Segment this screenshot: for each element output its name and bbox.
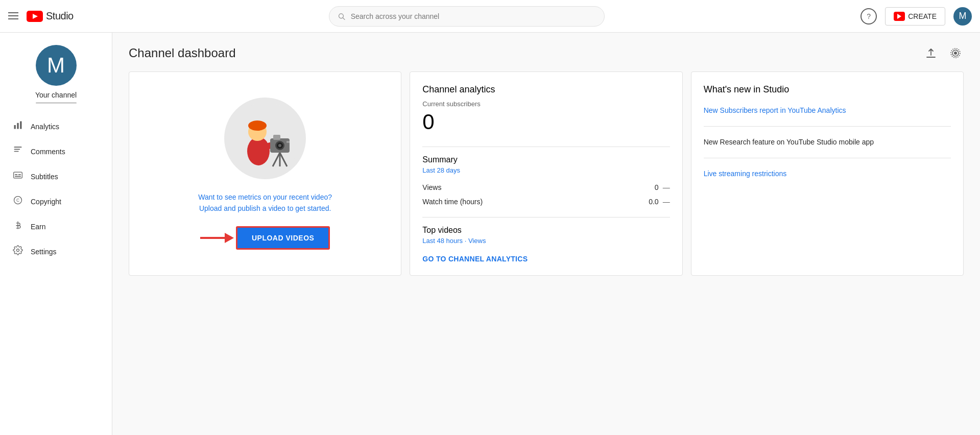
whats-new-title: What's new in Studio: [704, 84, 951, 95]
upload-card: Want to see metrics on your recent video…: [129, 71, 401, 276]
svg-point-24: [229, 103, 301, 174]
cards-grid: Want to see metrics on your recent video…: [129, 71, 964, 276]
summary-period: Last 28 days: [422, 166, 670, 174]
svg-rect-1: [8, 15, 18, 16]
search-bar: [74, 6, 861, 27]
views-label: Views: [422, 183, 441, 191]
create-label: CREATE: [908, 12, 937, 20]
settings-icon: [12, 245, 23, 258]
watchtime-value: 0.0 —: [649, 198, 670, 206]
create-button[interactable]: CREATE: [885, 7, 945, 26]
news-link-0[interactable]: New Subscribers report in YouTube Analyt…: [704, 106, 846, 114]
sidebar-item-subtitles[interactable]: Subtitles: [0, 164, 112, 189]
create-play-icon: [897, 14, 901, 19]
svg-point-21: [954, 52, 957, 55]
logo[interactable]: Studio: [27, 10, 74, 22]
metric-views: Views 0 —: [422, 180, 670, 195]
live-icon-btn[interactable]: [947, 45, 964, 61]
svg-point-25: [247, 137, 270, 165]
search-icon: [338, 12, 345, 20]
svg-rect-15: [18, 174, 21, 175]
svg-text:C: C: [16, 198, 19, 203]
copyright-icon: C: [12, 195, 23, 208]
help-button[interactable]: ?: [861, 8, 877, 25]
svg-rect-30: [273, 135, 280, 140]
analytics-icon: [12, 120, 23, 133]
upload-videos-button[interactable]: UPLOAD VIDEOS: [236, 226, 330, 250]
views-value: 0 —: [655, 183, 670, 191]
go-to-channel-analytics[interactable]: GO TO CHANNEL ANALYTICS: [422, 255, 528, 263]
news-item-2: Live streaming restrictions: [704, 168, 951, 189]
page-layout: M Your channel Analytics Comments Subtit: [0, 33, 980, 435]
views-dash: —: [663, 183, 670, 191]
page-title: Channel dashboard: [129, 46, 236, 60]
subtitles-icon: [12, 170, 23, 183]
summary-title: Summary: [422, 155, 670, 164]
sidebar-settings-label: Settings: [31, 248, 57, 256]
sidebar-item-settings[interactable]: Settings: [0, 239, 112, 264]
arrow-shaft: [200, 237, 225, 239]
top-videos-period: Last 48 hours · Views: [422, 237, 670, 245]
nav-left: Studio: [8, 10, 74, 22]
main-content: Channel dashboard: [112, 33, 980, 435]
svg-rect-14: [15, 174, 17, 175]
svg-rect-12: [14, 151, 19, 152]
watchtime-num: 0.0: [649, 198, 658, 206]
news-text-1: New Research feature on YouTube Studio m…: [704, 138, 874, 146]
search-input[interactable]: [351, 12, 596, 20]
dashboard-header: Channel dashboard: [129, 45, 964, 61]
watchtime-label: Watch time (hours): [422, 198, 483, 206]
top-videos-title: Top videos: [422, 226, 670, 235]
sidebar-item-earn[interactable]: Earn: [0, 214, 112, 239]
upload-info-line1: Want to see metrics on your recent video…: [198, 191, 332, 203]
subscribers-value: 0: [422, 110, 670, 134]
create-icon-box: [894, 12, 905, 21]
news-item-0: New Subscribers report in YouTube Analyt…: [704, 105, 951, 127]
search-inner: [329, 6, 605, 27]
svg-rect-13: [14, 172, 22, 178]
news-item-1: New Research feature on YouTube Studio m…: [704, 137, 951, 158]
sidebar-subtitles-label: Subtitles: [31, 173, 58, 181]
svg-point-20: [17, 249, 19, 252]
analytics-section-title: Channel analytics: [422, 84, 670, 95]
svg-line-6: [343, 17, 345, 19]
analytics-card: Channel analytics Current subscribers 0 …: [410, 71, 682, 276]
metric-watchtime: Watch time (hours) 0.0 —: [422, 195, 670, 209]
sidebar-earn-label: Earn: [31, 223, 46, 231]
svg-rect-11: [14, 149, 20, 150]
studio-logo-text: Studio: [46, 10, 74, 22]
sidebar-item-analytics[interactable]: Analytics: [0, 114, 112, 139]
channel-avatar[interactable]: M: [36, 45, 77, 86]
views-num: 0: [655, 183, 659, 191]
svg-rect-16: [15, 176, 21, 177]
sidebar-comments-label: Comments: [31, 148, 65, 156]
header-actions: [923, 45, 964, 61]
hamburger-menu[interactable]: [8, 10, 18, 22]
sidebar-item-copyright[interactable]: C Copyright: [0, 189, 112, 214]
sidebar-item-comments[interactable]: Comments: [0, 139, 112, 164]
svg-point-33: [278, 144, 281, 147]
user-avatar[interactable]: M: [953, 7, 972, 26]
svg-point-27: [248, 120, 267, 131]
svg-rect-0: [8, 12, 18, 13]
sidebar-analytics-label: Analytics: [31, 123, 59, 131]
divider-1: [422, 147, 670, 147]
arrow-head: [225, 233, 234, 243]
arrow-upload-row: UPLOAD VIDEOS: [200, 226, 330, 250]
upload-icon-btn[interactable]: [923, 45, 939, 61]
sidebar-nav: Analytics Comments Subtitles C Copyright: [0, 114, 112, 264]
top-nav: Studio ? CREATE M: [0, 0, 980, 33]
svg-rect-8: [17, 123, 18, 129]
subscribers-label: Current subscribers: [422, 100, 670, 108]
svg-rect-2: [8, 18, 18, 19]
nav-right: ? CREATE M: [861, 7, 972, 26]
sidebar: M Your channel Analytics Comments Subtit: [0, 33, 112, 435]
upload-info-line2: Upload and publish a video to get starte…: [198, 203, 332, 214]
svg-rect-9: [20, 122, 21, 129]
svg-rect-34: [286, 141, 290, 143]
news-link-2[interactable]: Live streaming restrictions: [704, 170, 787, 178]
sidebar-copyright-label: Copyright: [31, 198, 61, 206]
divider-2: [422, 217, 670, 218]
red-arrow: [200, 233, 234, 243]
watchtime-dash: —: [663, 198, 670, 206]
